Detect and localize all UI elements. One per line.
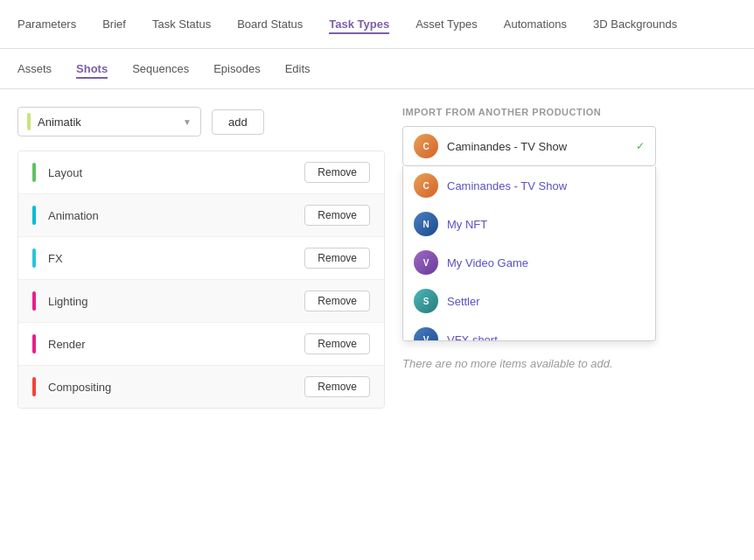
remove-task-button[interactable]: Remove — [304, 376, 370, 397]
production-dropdown[interactable]: Animatik ▼ — [17, 107, 201, 136]
production-color-indicator — [27, 113, 31, 130]
sub-nav-item-episodes[interactable]: Episodes — [213, 59, 260, 79]
prod-item-name: My Video Game — [447, 256, 528, 270]
prod-avatar: C — [414, 173, 438, 198]
top-nav: ParametersBriefTask StatusBoard StatusTa… — [0, 0, 754, 49]
remove-task-button[interactable]: Remove — [304, 333, 370, 354]
prod-avatar: S — [414, 289, 438, 313]
prod-item-name: My NFT — [447, 218, 487, 231]
top-nav-item-board-status[interactable]: Board Status — [237, 14, 303, 34]
add-button[interactable]: add — [212, 109, 264, 135]
left-panel: Animatik ▼ add LayoutRemoveAnimationRemo… — [17, 107, 385, 542]
sub-nav-item-shots[interactable]: Shots — [76, 59, 108, 79]
remove-task-button[interactable]: Remove — [304, 162, 370, 183]
no-items-message: There are no more items available to add… — [402, 357, 737, 370]
sub-nav-item-assets[interactable]: Assets — [17, 59, 52, 79]
task-color-indicator — [32, 163, 36, 182]
sub-nav: AssetsShotsSequencesEpisodesEdits — [0, 49, 754, 89]
task-color-indicator — [32, 334, 36, 354]
task-name-label: Animation — [48, 209, 304, 222]
selected-prod-name: Caminandes - TV Show — [447, 140, 627, 153]
task-color-indicator — [32, 206, 36, 225]
task-row: CompositingRemove — [18, 366, 384, 408]
prod-dropdown-list: CCaminandes - TV ShowNMy NFTVMy Video Ga… — [402, 166, 656, 341]
task-name-label: Layout — [48, 166, 304, 179]
top-nav-item-asset-types[interactable]: Asset Types — [415, 14, 478, 34]
task-name-label: FX — [48, 252, 304, 265]
task-name-label: Lighting — [48, 295, 304, 308]
chevron-down-icon: ▼ — [183, 117, 192, 127]
task-list: LayoutRemoveAnimationRemoveFXRemoveLight… — [17, 150, 385, 409]
sub-nav-item-edits[interactable]: Edits — [285, 59, 311, 79]
prod-avatar: V — [414, 327, 438, 341]
task-name-label: Render — [48, 338, 304, 351]
prod-item-name: Caminandes - TV Show — [447, 179, 567, 192]
selected-prod-avatar: C — [414, 134, 438, 158]
top-nav-item-parameters[interactable]: Parameters — [17, 14, 76, 34]
prod-dropdown-item[interactable]: VVFX short — [403, 320, 655, 341]
task-row: LightingRemove — [18, 280, 384, 323]
remove-task-button[interactable]: Remove — [304, 248, 370, 269]
top-nav-item-automations[interactable]: Automations — [504, 14, 567, 34]
task-color-indicator — [32, 377, 36, 396]
dropdown-check-icon: ✓ — [636, 140, 645, 152]
remove-task-button[interactable]: Remove — [304, 205, 370, 226]
task-name-label: Compositing — [48, 381, 304, 394]
top-nav-item-3d-backgrounds[interactable]: 3D Backgrounds — [593, 14, 677, 34]
top-nav-item-task-status[interactable]: Task Status — [152, 14, 211, 34]
prod-dropdown-selected[interactable]: C Caminandes - TV Show ✓ — [402, 126, 656, 166]
prod-avatar: N — [414, 212, 438, 236]
prod-avatar: V — [414, 250, 438, 275]
prod-dropdown-wrapper: C Caminandes - TV Show ✓ CCaminandes - T… — [402, 126, 656, 166]
sub-nav-item-sequences[interactable]: Sequences — [132, 59, 189, 79]
remove-task-button[interactable]: Remove — [304, 290, 370, 312]
prod-dropdown-item[interactable]: VMy Video Game — [403, 243, 655, 282]
import-label: IMPORT FROM ANOTHER PRODUCTION — [402, 107, 737, 117]
prod-dropdown-item[interactable]: SSettler — [403, 282, 655, 320]
task-row: LayoutRemove — [18, 151, 384, 194]
top-nav-item-task-types[interactable]: Task Types — [329, 14, 389, 34]
main-content: Animatik ▼ add LayoutRemoveAnimationRemo… — [0, 89, 754, 560]
production-select-row: Animatik ▼ add — [17, 107, 385, 136]
top-nav-item-brief[interactable]: Brief — [102, 14, 126, 34]
task-color-indicator — [32, 291, 36, 311]
right-panel: IMPORT FROM ANOTHER PRODUCTION C Caminan… — [402, 107, 737, 542]
production-select-text: Animatik — [38, 116, 176, 129]
prod-dropdown-item[interactable]: CCaminandes - TV Show — [403, 166, 655, 205]
task-row: FXRemove — [18, 237, 384, 280]
prod-item-name: VFX short — [447, 333, 498, 342]
app-container: ParametersBriefTask StatusBoard StatusTa… — [0, 0, 754, 560]
prod-dropdown-item[interactable]: NMy NFT — [403, 205, 655, 243]
task-row: AnimationRemove — [18, 194, 384, 237]
prod-item-name: Settler — [447, 295, 480, 308]
task-color-indicator — [32, 248, 36, 268]
task-row: RenderRemove — [18, 323, 384, 366]
